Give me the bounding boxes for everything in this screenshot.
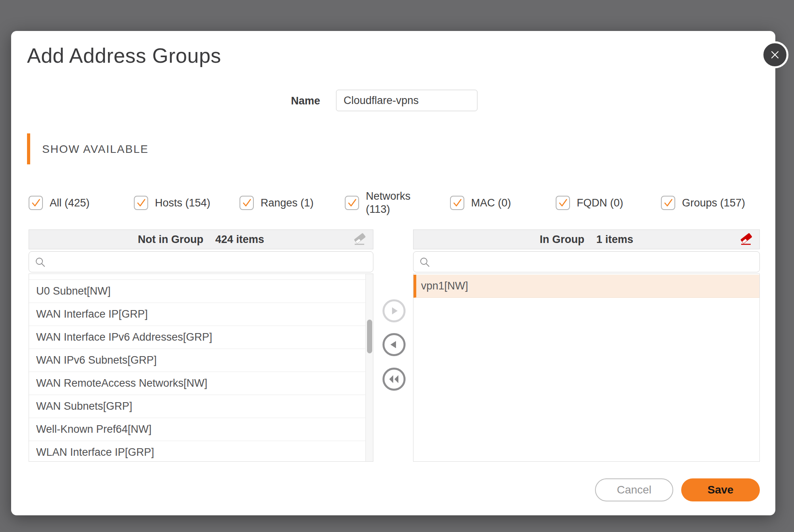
checkbox-checked-icon[interactable]: [661, 196, 675, 210]
address-label: vpn1[NW]: [421, 280, 468, 292]
section-accent-bar: [27, 133, 30, 164]
not-in-group-count: 424 items: [215, 233, 264, 246]
not-in-group-list: U0 Subnet[NW] WAN Interface IP[GRP] WAN …: [29, 274, 373, 462]
filter-checkbox[interactable]: Ranges (1): [240, 196, 314, 210]
address-label: U0 Subnet[NW]: [36, 285, 111, 297]
in-group-list: vpn1[NW]: [413, 274, 760, 462]
name-label: Name: [234, 95, 320, 107]
save-button[interactable]: Save: [681, 478, 760, 501]
filter-checkbox[interactable]: Hosts (154): [134, 196, 211, 210]
move-right-button[interactable]: [383, 299, 406, 322]
checkbox-checked-icon[interactable]: [556, 196, 570, 210]
filter-checkbox[interactable]: Networks (113): [345, 190, 414, 216]
eraser-gray-icon: [352, 243, 367, 249]
left-search-box: [29, 251, 373, 272]
arrow-right-icon: [389, 306, 399, 316]
arrow-left-icon: [389, 339, 399, 350]
address-label: WAN IPv6 Subnets[GRP]: [36, 354, 157, 366]
left-search-input[interactable]: [50, 251, 373, 272]
in-group-count: 1 items: [596, 233, 633, 246]
checkbox-checked-icon[interactable]: [345, 196, 359, 210]
address-list-item[interactable]: WAN Interface IP[GRP]: [29, 303, 366, 326]
address-label: WAN Interface IP[GRP]: [36, 308, 148, 320]
section-title: SHOW AVAILABLE: [42, 143, 149, 156]
checkbox-checked-icon[interactable]: [134, 196, 148, 210]
move-all-left-button[interactable]: [383, 368, 406, 391]
right-search-box: [413, 251, 760, 272]
filter-label: Ranges (1): [261, 197, 314, 210]
double-arrow-left-icon: [388, 374, 400, 384]
add-address-groups-dialog: Add Address Groups Name SHOW AVAILABLE A…: [11, 31, 775, 515]
eraser-red-icon: [739, 243, 753, 249]
clear-left-filter-button[interactable]: [352, 231, 367, 247]
filter-checkbox[interactable]: All (425): [29, 196, 90, 210]
filter-checkbox[interactable]: Groups (157): [661, 196, 745, 210]
in-group-title: In Group: [540, 233, 584, 246]
address-label: Well-Known Pref64[NW]: [36, 423, 152, 436]
not-in-group-panel: Not in Group 424 items: [29, 229, 373, 249]
filter-checkbox[interactable]: FQDN (0): [556, 196, 623, 210]
address-list-item[interactable]: WLAN Interface IP[GRP]: [29, 441, 366, 462]
address-label: WAN Interface IPv6 Addresses[GRP]: [36, 331, 212, 343]
cancel-button[interactable]: Cancel: [595, 478, 673, 501]
address-label: WLAN Interface IP[GRP]: [36, 446, 154, 459]
address-list-item[interactable]: WAN Subnets[GRP]: [29, 395, 366, 418]
filter-label: Networks (113): [366, 190, 414, 216]
clear-group-button[interactable]: [739, 231, 753, 247]
checkbox-checked-icon[interactable]: [29, 196, 43, 210]
filter-label: Hosts (154): [155, 197, 211, 210]
in-group-header: In Group 1 items: [413, 229, 760, 249]
right-search-input[interactable]: [434, 251, 759, 272]
group-member-item[interactable]: vpn1[NW]: [413, 275, 759, 298]
move-left-button[interactable]: [383, 333, 406, 356]
close-button[interactable]: [761, 41, 788, 68]
name-input[interactable]: [336, 90, 477, 111]
address-list-item[interactable]: WAN Interface IPv6 Addresses[GRP]: [29, 326, 366, 349]
address-label: WAN RemoteAccess Networks[NW]: [36, 377, 207, 389]
not-in-group-header: Not in Group 424 items: [29, 229, 373, 249]
scrollbar-thumb[interactable]: [367, 320, 372, 353]
filter-label: FQDN (0): [577, 197, 623, 210]
partial-row: [29, 274, 373, 280]
search-icon: [35, 256, 46, 268]
filter-checkbox[interactable]: MAC (0): [450, 196, 511, 210]
address-list-item[interactable]: Well-Known Pref64[NW]: [29, 418, 366, 441]
filter-label: Groups (157): [682, 197, 745, 210]
left-list-scrollbar[interactable]: [365, 274, 373, 461]
filter-label: MAC (0): [471, 197, 511, 210]
in-group-panel: In Group 1 items: [413, 229, 760, 249]
close-icon: [769, 49, 780, 60]
address-list-item[interactable]: U0 Subnet[NW]: [29, 280, 366, 303]
dialog-title: Add Address Groups: [27, 44, 221, 67]
filter-label: All (425): [50, 197, 90, 210]
screen-backdrop: Add Address Groups Name SHOW AVAILABLE A…: [0, 0, 794, 532]
address-list-item[interactable]: WAN RemoteAccess Networks[NW]: [29, 372, 366, 395]
checkbox-checked-icon[interactable]: [240, 196, 254, 210]
search-icon: [419, 256, 430, 268]
not-in-group-title: Not in Group: [138, 233, 203, 246]
address-label: WAN Subnets[GRP]: [36, 400, 132, 412]
address-list-item[interactable]: WAN IPv6 Subnets[GRP]: [29, 349, 366, 372]
checkbox-checked-icon[interactable]: [450, 196, 464, 210]
